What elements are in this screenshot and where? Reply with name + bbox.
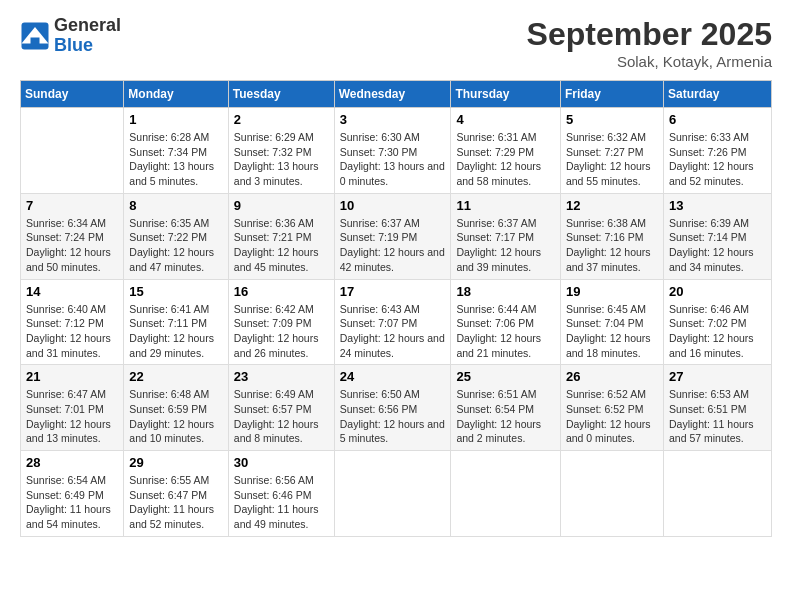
calendar-cell: 7Sunrise: 6:34 AMSunset: 7:24 PMDaylight… (21, 193, 124, 279)
day-number: 17 (340, 284, 446, 299)
day-info: Sunrise: 6:48 AMSunset: 6:59 PMDaylight:… (129, 387, 222, 446)
day-number: 21 (26, 369, 118, 384)
day-info: Sunrise: 6:42 AMSunset: 7:09 PMDaylight:… (234, 302, 329, 361)
day-number: 9 (234, 198, 329, 213)
day-number: 19 (566, 284, 658, 299)
calendar-cell: 23Sunrise: 6:49 AMSunset: 6:57 PMDayligh… (228, 365, 334, 451)
day-info: Sunrise: 6:29 AMSunset: 7:32 PMDaylight:… (234, 130, 329, 189)
calendar-cell: 4Sunrise: 6:31 AMSunset: 7:29 PMDaylight… (451, 108, 561, 194)
calendar-cell: 24Sunrise: 6:50 AMSunset: 6:56 PMDayligh… (334, 365, 451, 451)
calendar-cell: 14Sunrise: 6:40 AMSunset: 7:12 PMDayligh… (21, 279, 124, 365)
day-info: Sunrise: 6:51 AMSunset: 6:54 PMDaylight:… (456, 387, 555, 446)
calendar-cell: 27Sunrise: 6:53 AMSunset: 6:51 PMDayligh… (663, 365, 771, 451)
day-number: 7 (26, 198, 118, 213)
calendar-week-row: 7Sunrise: 6:34 AMSunset: 7:24 PMDaylight… (21, 193, 772, 279)
day-number: 29 (129, 455, 222, 470)
day-info: Sunrise: 6:54 AMSunset: 6:49 PMDaylight:… (26, 473, 118, 532)
day-info: Sunrise: 6:41 AMSunset: 7:11 PMDaylight:… (129, 302, 222, 361)
calendar-header: SundayMondayTuesdayWednesdayThursdayFrid… (21, 81, 772, 108)
calendar-cell: 28Sunrise: 6:54 AMSunset: 6:49 PMDayligh… (21, 451, 124, 537)
calendar-cell: 11Sunrise: 6:37 AMSunset: 7:17 PMDayligh… (451, 193, 561, 279)
day-number: 28 (26, 455, 118, 470)
calendar-cell: 13Sunrise: 6:39 AMSunset: 7:14 PMDayligh… (663, 193, 771, 279)
day-number: 4 (456, 112, 555, 127)
weekday-header: Monday (124, 81, 228, 108)
weekday-header: Friday (560, 81, 663, 108)
day-info: Sunrise: 6:45 AMSunset: 7:04 PMDaylight:… (566, 302, 658, 361)
day-info: Sunrise: 6:56 AMSunset: 6:46 PMDaylight:… (234, 473, 329, 532)
calendar-cell: 3Sunrise: 6:30 AMSunset: 7:30 PMDaylight… (334, 108, 451, 194)
day-info: Sunrise: 6:37 AMSunset: 7:19 PMDaylight:… (340, 216, 446, 275)
calendar-week-row: 21Sunrise: 6:47 AMSunset: 7:01 PMDayligh… (21, 365, 772, 451)
day-info: Sunrise: 6:47 AMSunset: 7:01 PMDaylight:… (26, 387, 118, 446)
day-number: 24 (340, 369, 446, 384)
day-number: 16 (234, 284, 329, 299)
day-number: 15 (129, 284, 222, 299)
calendar-cell: 25Sunrise: 6:51 AMSunset: 6:54 PMDayligh… (451, 365, 561, 451)
day-info: Sunrise: 6:37 AMSunset: 7:17 PMDaylight:… (456, 216, 555, 275)
logo-text: General Blue (54, 16, 121, 56)
day-info: Sunrise: 6:35 AMSunset: 7:22 PMDaylight:… (129, 216, 222, 275)
day-number: 2 (234, 112, 329, 127)
day-info: Sunrise: 6:44 AMSunset: 7:06 PMDaylight:… (456, 302, 555, 361)
calendar-cell (451, 451, 561, 537)
header-row: SundayMondayTuesdayWednesdayThursdayFrid… (21, 81, 772, 108)
calendar-week-row: 14Sunrise: 6:40 AMSunset: 7:12 PMDayligh… (21, 279, 772, 365)
day-info: Sunrise: 6:50 AMSunset: 6:56 PMDaylight:… (340, 387, 446, 446)
calendar-cell: 15Sunrise: 6:41 AMSunset: 7:11 PMDayligh… (124, 279, 228, 365)
logo-blue-text: Blue (54, 36, 121, 56)
calendar-container: General Blue September 2025 Solak, Kotay… (0, 0, 792, 557)
month-title: September 2025 (527, 16, 772, 53)
day-info: Sunrise: 6:39 AMSunset: 7:14 PMDaylight:… (669, 216, 766, 275)
calendar-cell (334, 451, 451, 537)
title-block: September 2025 Solak, Kotayk, Armenia (527, 16, 772, 70)
day-info: Sunrise: 6:34 AMSunset: 7:24 PMDaylight:… (26, 216, 118, 275)
calendar-table: SundayMondayTuesdayWednesdayThursdayFrid… (20, 80, 772, 537)
day-number: 27 (669, 369, 766, 384)
day-number: 5 (566, 112, 658, 127)
day-info: Sunrise: 6:53 AMSunset: 6:51 PMDaylight:… (669, 387, 766, 446)
day-info: Sunrise: 6:52 AMSunset: 6:52 PMDaylight:… (566, 387, 658, 446)
day-info: Sunrise: 6:28 AMSunset: 7:34 PMDaylight:… (129, 130, 222, 189)
calendar-cell (560, 451, 663, 537)
day-number: 11 (456, 198, 555, 213)
day-number: 14 (26, 284, 118, 299)
day-number: 13 (669, 198, 766, 213)
calendar-cell (21, 108, 124, 194)
day-info: Sunrise: 6:49 AMSunset: 6:57 PMDaylight:… (234, 387, 329, 446)
day-info: Sunrise: 6:46 AMSunset: 7:02 PMDaylight:… (669, 302, 766, 361)
calendar-cell: 12Sunrise: 6:38 AMSunset: 7:16 PMDayligh… (560, 193, 663, 279)
calendar-cell: 16Sunrise: 6:42 AMSunset: 7:09 PMDayligh… (228, 279, 334, 365)
day-info: Sunrise: 6:33 AMSunset: 7:26 PMDaylight:… (669, 130, 766, 189)
weekday-header: Tuesday (228, 81, 334, 108)
day-info: Sunrise: 6:55 AMSunset: 6:47 PMDaylight:… (129, 473, 222, 532)
calendar-week-row: 1Sunrise: 6:28 AMSunset: 7:34 PMDaylight… (21, 108, 772, 194)
calendar-cell: 2Sunrise: 6:29 AMSunset: 7:32 PMDaylight… (228, 108, 334, 194)
calendar-cell: 8Sunrise: 6:35 AMSunset: 7:22 PMDaylight… (124, 193, 228, 279)
day-number: 12 (566, 198, 658, 213)
day-number: 23 (234, 369, 329, 384)
calendar-body: 1Sunrise: 6:28 AMSunset: 7:34 PMDaylight… (21, 108, 772, 537)
logo-general-text: General (54, 16, 121, 36)
day-number: 8 (129, 198, 222, 213)
day-number: 30 (234, 455, 329, 470)
calendar-cell (663, 451, 771, 537)
calendar-cell: 6Sunrise: 6:33 AMSunset: 7:26 PMDaylight… (663, 108, 771, 194)
day-info: Sunrise: 6:43 AMSunset: 7:07 PMDaylight:… (340, 302, 446, 361)
day-number: 20 (669, 284, 766, 299)
header: General Blue September 2025 Solak, Kotay… (20, 16, 772, 70)
day-number: 26 (566, 369, 658, 384)
day-number: 18 (456, 284, 555, 299)
calendar-week-row: 28Sunrise: 6:54 AMSunset: 6:49 PMDayligh… (21, 451, 772, 537)
day-info: Sunrise: 6:32 AMSunset: 7:27 PMDaylight:… (566, 130, 658, 189)
day-number: 6 (669, 112, 766, 127)
day-number: 3 (340, 112, 446, 127)
calendar-cell: 30Sunrise: 6:56 AMSunset: 6:46 PMDayligh… (228, 451, 334, 537)
day-info: Sunrise: 6:31 AMSunset: 7:29 PMDaylight:… (456, 130, 555, 189)
calendar-cell: 20Sunrise: 6:46 AMSunset: 7:02 PMDayligh… (663, 279, 771, 365)
calendar-cell: 5Sunrise: 6:32 AMSunset: 7:27 PMDaylight… (560, 108, 663, 194)
calendar-cell: 19Sunrise: 6:45 AMSunset: 7:04 PMDayligh… (560, 279, 663, 365)
calendar-cell: 29Sunrise: 6:55 AMSunset: 6:47 PMDayligh… (124, 451, 228, 537)
weekday-header: Wednesday (334, 81, 451, 108)
calendar-cell: 18Sunrise: 6:44 AMSunset: 7:06 PMDayligh… (451, 279, 561, 365)
